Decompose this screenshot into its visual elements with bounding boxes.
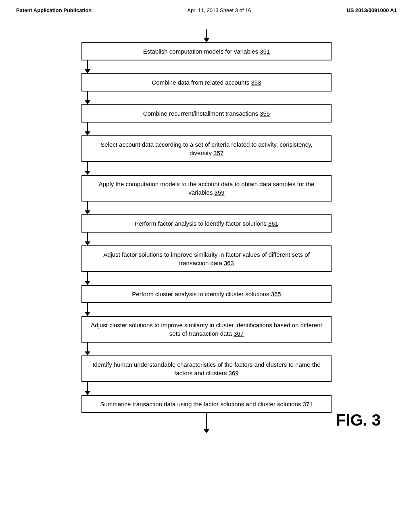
step-text-357: Select account data according to a set o… xyxy=(100,141,313,156)
step-text-369: Identify human understandable characteri… xyxy=(92,361,320,376)
arrow-head xyxy=(85,391,90,395)
arrow-361 xyxy=(81,233,94,245)
arrow-line xyxy=(87,382,88,391)
arrow-line xyxy=(87,60,88,69)
step-number-353: 353 xyxy=(251,79,261,86)
arrow-head xyxy=(85,241,90,245)
initial-arrow xyxy=(204,29,209,42)
step-text-359: Apply the computation models to the acco… xyxy=(99,181,315,196)
arrow-line xyxy=(87,343,88,351)
step-text-365: Perform cluster analysis to identify clu… xyxy=(132,291,271,297)
flowbox-363: Adjust factor solutions to improve simil… xyxy=(81,245,332,272)
step-text-351: Establish computation models for variabl… xyxy=(143,48,260,55)
step-text-353: Combine data from related accounts xyxy=(152,79,251,86)
arrow-head xyxy=(204,38,209,42)
arrow-head xyxy=(85,131,90,135)
arrow-head xyxy=(85,312,90,316)
final-arrow xyxy=(204,413,209,433)
header-left: Patent Application Publication xyxy=(16,7,92,13)
flowbox-365: Perform cluster analysis to identify clu… xyxy=(81,285,332,303)
fig-label: FIG. 3 xyxy=(336,411,381,429)
arrow-head xyxy=(85,100,90,104)
flowchart: Establish computation models for variabl… xyxy=(0,17,413,441)
arrow-head xyxy=(85,69,90,73)
arrow-359 xyxy=(81,202,94,214)
flowbox-353: Combine data from related accounts 353 xyxy=(81,73,332,91)
arrow-369 xyxy=(81,382,94,395)
arrow-363 xyxy=(81,272,94,285)
flowbox-355: Combine recurrent/installment transactio… xyxy=(81,104,332,123)
step-text-355: Combine recurrent/installment transactio… xyxy=(143,110,260,117)
step-number-359: 359 xyxy=(215,189,225,196)
arrow-line xyxy=(87,303,88,312)
flowbox-367: Adjust cluster solutions to improve simi… xyxy=(81,316,332,343)
final-arrow-line xyxy=(206,413,207,429)
arrow-line xyxy=(87,233,88,241)
step-number-367: 367 xyxy=(234,330,244,337)
step-number-361: 361 xyxy=(268,220,278,227)
final-arrow-head xyxy=(204,429,209,433)
page-header: Patent Application Publication Apr. 11, … xyxy=(0,0,413,17)
step-text-371: Summarize transaction data using the fac… xyxy=(100,401,303,407)
arrow-line xyxy=(206,29,207,38)
arrow-line xyxy=(87,91,88,100)
arrow-head xyxy=(85,351,90,355)
arrow-355 xyxy=(81,123,94,135)
arrow-353 xyxy=(81,91,94,104)
step-number-355: 355 xyxy=(260,110,270,117)
step-number-363: 363 xyxy=(224,260,234,266)
flowbox-359: Apply the computation models to the acco… xyxy=(81,175,332,202)
step-text-361: Perform factor analysis to identify fact… xyxy=(135,220,268,227)
arrow-head xyxy=(85,281,90,285)
arrow-line xyxy=(87,123,88,131)
arrow-367 xyxy=(81,343,94,355)
step-text-363: Adjust factor solutions to improve simil… xyxy=(103,251,310,266)
arrow-line xyxy=(87,162,88,171)
step-text-367: Adjust cluster solutions to improve simi… xyxy=(91,322,322,337)
step-number-365: 365 xyxy=(271,291,281,297)
flowbox-361: Perform factor analysis to identify fact… xyxy=(81,214,332,233)
arrow-351 xyxy=(81,60,94,73)
flowbox-351: Establish computation models for variabl… xyxy=(81,42,332,60)
step-number-351: 351 xyxy=(260,48,270,55)
arrow-365 xyxy=(81,303,94,316)
arrow-head xyxy=(85,210,90,214)
arrow-line xyxy=(87,202,88,210)
step-number-371: 371 xyxy=(302,401,313,407)
flowbox-369: Identify human understandable characteri… xyxy=(81,355,332,382)
header-right: US 2013/0091000 A1 xyxy=(346,7,397,13)
arrow-head xyxy=(85,171,90,175)
arrow-357 xyxy=(81,162,94,175)
flowbox-371: Summarize transaction data using the fac… xyxy=(81,395,332,413)
header-center: Apr. 11, 2013 Sheet 3 of 16 xyxy=(187,7,251,13)
step-number-357: 357 xyxy=(213,150,223,156)
step-number-369: 369 xyxy=(229,370,239,376)
arrow-line xyxy=(87,272,88,281)
flowbox-357: Select account data according to a set o… xyxy=(81,135,332,162)
